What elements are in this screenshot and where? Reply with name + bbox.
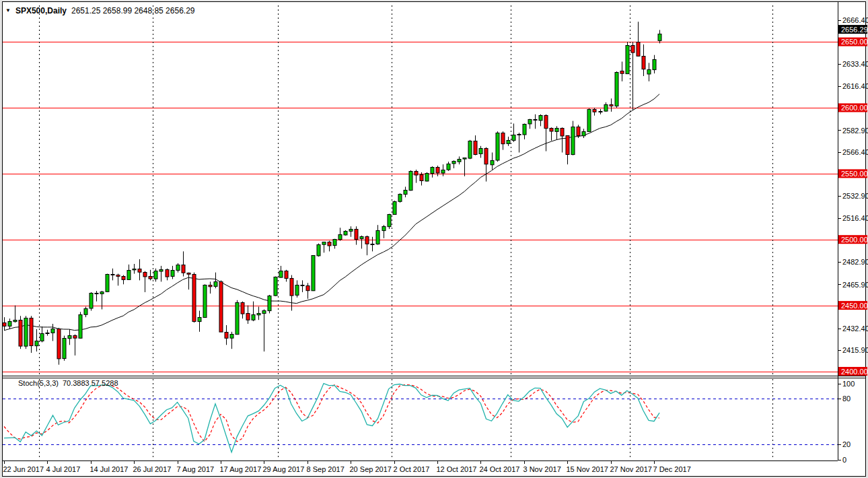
svg-text:17 Aug 2017: 17 Aug 2017 — [220, 465, 262, 473]
svg-text:8 Sep 2017: 8 Sep 2017 — [307, 465, 345, 473]
svg-text:2600.00: 2600.00 — [841, 104, 868, 112]
svg-text:0: 0 — [842, 456, 846, 464]
svg-text:22 Jun 2017: 22 Jun 2017 — [3, 465, 44, 473]
svg-text:26 Jul 2017: 26 Jul 2017 — [133, 465, 172, 473]
chart-title[interactable]: ▼ SPX500,Daily 2651.25 2658.99 2648.85 2… — [5, 6, 195, 15]
svg-text:2656.29: 2656.29 — [841, 26, 868, 34]
svg-text:2532.90: 2532.90 — [842, 192, 868, 200]
svg-text:2650.00: 2650.00 — [841, 38, 868, 46]
svg-text:20: 20 — [842, 440, 851, 448]
svg-text:2482.90: 2482.90 — [842, 258, 868, 266]
svg-text:2666.40: 2666.40 — [842, 16, 868, 24]
svg-text:2616.40: 2616.40 — [842, 82, 868, 90]
svg-text:80: 80 — [842, 395, 851, 403]
svg-text:29 Aug 2017: 29 Aug 2017 — [263, 465, 305, 473]
symbol-dropdown-icon[interactable]: ▼ — [5, 7, 11, 15]
indicator-label: Stoch(5,3,3) 70.3883 57.5288 — [18, 379, 118, 387]
svg-text:2400.00: 2400.00 — [841, 368, 868, 376]
svg-text:2550.00: 2550.00 — [841, 170, 868, 178]
svg-text:2633.40: 2633.40 — [842, 60, 868, 68]
svg-text:27 Nov 2017: 27 Nov 2017 — [610, 465, 652, 473]
chart-symbol-period: SPX500,Daily — [15, 6, 67, 15]
svg-text:2432.40: 2432.40 — [842, 325, 868, 333]
svg-text:2415.90: 2415.90 — [842, 346, 868, 354]
svg-text:14 Jul 2017: 14 Jul 2017 — [90, 465, 129, 473]
svg-text:24 Oct 2017: 24 Oct 2017 — [480, 465, 520, 473]
svg-text:2465.90: 2465.90 — [842, 281, 868, 289]
chart-ohlc-values: 2651.25 2658.99 2648.85 2656.29 — [71, 6, 195, 15]
svg-text:12 Oct 2017: 12 Oct 2017 — [437, 465, 477, 473]
svg-text:3 Nov 2017: 3 Nov 2017 — [523, 465, 561, 473]
svg-text:2582.90: 2582.90 — [842, 127, 868, 135]
svg-text:4 Jul 2017: 4 Jul 2017 — [46, 465, 81, 473]
svg-text:2516.40: 2516.40 — [842, 214, 868, 222]
svg-text:2566.40: 2566.40 — [842, 148, 868, 156]
svg-text:2450.00: 2450.00 — [841, 302, 868, 310]
svg-text:7 Aug 2017: 7 Aug 2017 — [177, 465, 215, 473]
svg-text:2500.00: 2500.00 — [841, 236, 868, 244]
svg-text:2 Oct 2017: 2 Oct 2017 — [394, 465, 430, 473]
price-chart-canvas[interactable]: 2666.402656.292650.002633.402616.402600.… — [0, 0, 868, 478]
indicator-name: Stoch(5,3,3) — [18, 379, 59, 387]
svg-text:7 Dec 2017: 7 Dec 2017 — [653, 465, 691, 473]
svg-text:20 Sep 2017: 20 Sep 2017 — [350, 465, 392, 473]
svg-text:100: 100 — [842, 380, 855, 388]
svg-text:15 Nov 2017: 15 Nov 2017 — [567, 465, 608, 473]
chart-window: 2666.402656.292650.002633.402616.402600.… — [0, 0, 868, 478]
indicator-values: 70.3883 57.5288 — [63, 379, 118, 387]
